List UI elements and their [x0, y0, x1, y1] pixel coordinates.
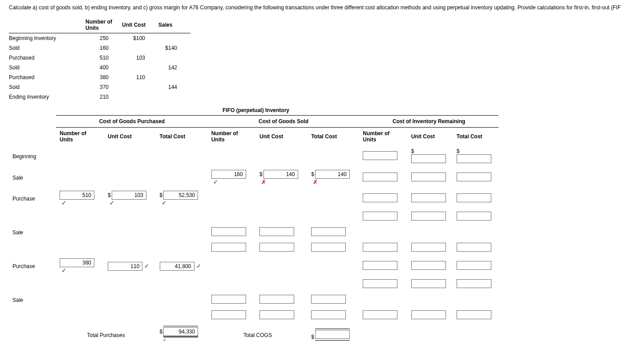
- input[interactable]: 52,530: [163, 191, 198, 200]
- input[interactable]: [259, 295, 294, 304]
- x-icon: ✗: [261, 179, 266, 185]
- input[interactable]: [363, 173, 397, 181]
- input[interactable]: [411, 243, 446, 252]
- input[interactable]: [411, 193, 446, 202]
- row-purchase-2b: [9, 277, 498, 292]
- row-totals: Total Purchases $94,330✓ Total COGS $: [9, 323, 498, 341]
- col-sales: Sales: [158, 17, 190, 33]
- input[interactable]: [411, 173, 446, 181]
- input[interactable]: [259, 243, 294, 252]
- check-icon: ✓: [61, 200, 66, 206]
- group-remain: Cost of Inventory Remaining: [359, 116, 498, 128]
- input[interactable]: [311, 243, 346, 252]
- row-purchase-2: Purchase 380✓ 110✓ 41,800✓: [9, 256, 498, 277]
- row-sale-1: Sale 160✓ $140✗ $140✗: [9, 167, 498, 188]
- input[interactable]: 110: [108, 262, 142, 271]
- input[interactable]: [211, 243, 246, 252]
- check-icon: ✓: [196, 263, 201, 269]
- fifo-table: Cost of Goods Purchased Cost of Goods So…: [9, 115, 498, 341]
- input[interactable]: [363, 151, 397, 160]
- input[interactable]: 380: [60, 258, 94, 267]
- input[interactable]: 160: [211, 170, 246, 179]
- instructions: Calculate a) cost of goods sold, b) endi…: [9, 4, 635, 11]
- input[interactable]: [363, 212, 397, 221]
- input[interactable]: [411, 212, 446, 221]
- input[interactable]: [311, 295, 346, 304]
- input[interactable]: [363, 310, 397, 319]
- input[interactable]: [411, 310, 446, 319]
- row-purchase-1b: [9, 209, 498, 225]
- col-unitcost: Unit Cost: [122, 17, 158, 33]
- group-sold: Cost of Goods Sold: [208, 116, 360, 128]
- input[interactable]: [457, 243, 491, 252]
- input[interactable]: [211, 227, 246, 236]
- input[interactable]: [259, 227, 294, 236]
- input[interactable]: [311, 227, 346, 236]
- transactions-table: Number of Units Unit Cost Sales Beginnin…: [9, 17, 190, 102]
- input[interactable]: [457, 173, 491, 181]
- input[interactable]: [457, 279, 491, 288]
- input[interactable]: [311, 310, 346, 319]
- input[interactable]: 140: [263, 170, 298, 179]
- row-sale-2b: [9, 240, 498, 256]
- input[interactable]: [363, 193, 397, 202]
- check-icon: ✓: [61, 267, 66, 274]
- input[interactable]: [363, 279, 397, 288]
- row-sale-3b: [9, 308, 498, 323]
- col-units: Number of Units: [85, 17, 122, 33]
- row-beginning: Beginning $ $: [9, 145, 498, 167]
- input[interactable]: [315, 330, 350, 339]
- input[interactable]: 94,330: [163, 327, 198, 336]
- x-icon: ✗: [313, 179, 318, 185]
- input[interactable]: 140: [315, 170, 350, 179]
- input[interactable]: [363, 243, 397, 252]
- input[interactable]: [259, 310, 294, 319]
- input[interactable]: [363, 261, 397, 270]
- check-icon: ✓: [109, 200, 114, 206]
- input[interactable]: 41,800: [160, 262, 194, 271]
- input[interactable]: [411, 261, 446, 270]
- input[interactable]: 510: [60, 191, 94, 200]
- fifo-title: FIFO (perpetual) Inventory: [223, 107, 635, 113]
- input[interactable]: [211, 310, 246, 319]
- check-icon: ✓: [162, 337, 166, 341]
- input[interactable]: [411, 154, 446, 163]
- row-purchase-1: Purchase 510✓ $103✓ $52,530✓: [9, 188, 498, 209]
- input[interactable]: [457, 310, 491, 319]
- input[interactable]: [211, 295, 246, 304]
- input[interactable]: [457, 154, 491, 163]
- input[interactable]: [457, 261, 491, 270]
- input[interactable]: 103: [112, 191, 146, 200]
- input[interactable]: [457, 212, 491, 221]
- input[interactable]: [457, 193, 491, 202]
- check-icon: ✓: [162, 200, 166, 206]
- row-sale-2a: Sale: [9, 225, 498, 240]
- group-purchased: Cost of Goods Purchased: [56, 116, 208, 128]
- check-icon: ✓: [144, 263, 149, 269]
- row-sale-3a: Sale: [9, 292, 498, 308]
- input[interactable]: [411, 279, 446, 288]
- check-icon: ✓: [213, 179, 218, 185]
